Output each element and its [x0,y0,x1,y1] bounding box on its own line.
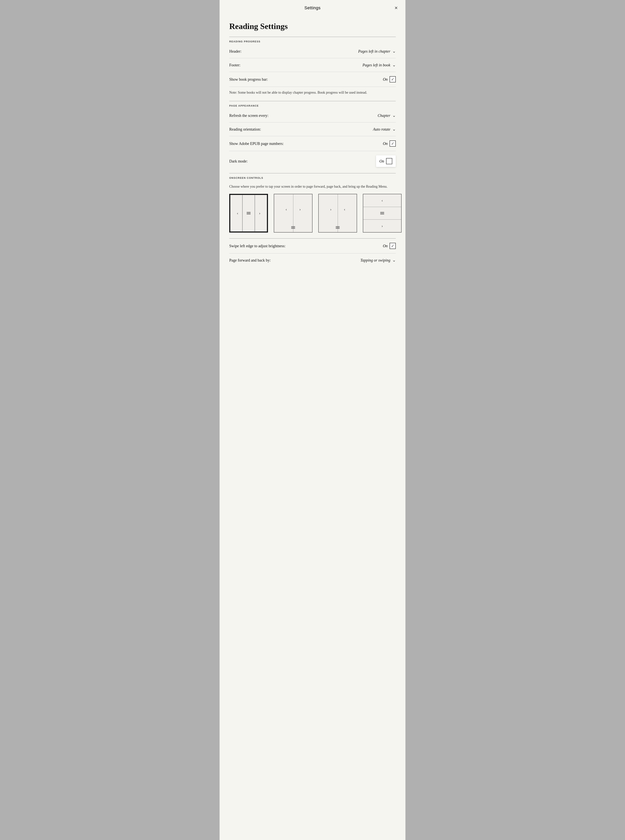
close-button[interactable]: × [395,5,398,11]
menu-line [336,227,340,228]
right-arrow-icon: › [381,223,383,228]
menu-line [380,212,384,212]
menu-line [291,227,295,228]
epub-setting-row: Show Adobe EPUB page numbers: On [229,136,396,151]
menu-lines [291,226,295,229]
reading-progress-section: READING PROGRESS Header: Pages left in c… [229,37,396,99]
left-arrow-icon: ‹ [381,198,383,203]
menu-lines [380,212,384,214]
epub-checkbox-group: On [383,141,396,147]
page-appearance-section: PAGE APPEARANCE Refresh the screen every… [229,101,396,171]
onscreen-controls-section: ONSCREEN CONTROLS Choose where you prefe… [229,174,396,267]
right-arrow-icon: › [330,207,331,212]
footer-value: Pages left in book [362,63,390,67]
page-forward-row: Page forward and back by: Tapping or swi… [229,253,396,267]
chevron-down-icon: ⌄ [392,113,396,118]
right-arrow-icon: › [299,207,301,212]
orientation-label: Reading orientation: [229,127,261,132]
chevron-down-icon: ⌄ [392,49,396,54]
progress-note: Note: Some books will not be able to dis… [229,87,396,99]
footer-label: Footer: [229,63,241,67]
layout-3-inner: › ‹ [319,194,357,232]
layout-1-col-left [230,195,243,232]
header-dropdown[interactable]: Pages left in chapter ⌄ [358,49,396,54]
epub-checkbox[interactable] [390,141,396,147]
layout-2-inner: ‹ › [274,194,312,232]
show-progress-label: Show book progress bar: [229,77,268,82]
epub-label: Show Adobe EPUB page numbers: [229,141,284,146]
header-value: Pages left in chapter [358,49,390,54]
chevron-down-icon: ⌄ [392,258,396,263]
settings-modal: Settings × Reading Settings READING PROG… [219,0,406,840]
brightness-checkbox-group: On [383,243,396,249]
layout-4-row-mid [363,207,401,220]
page-forward-dropdown[interactable]: Tapping or swiping ⌄ [360,258,396,263]
show-progress-value: On [383,77,388,82]
orientation-value: Auto rotate [373,127,390,132]
orientation-setting-row: Reading orientation: Auto rotate ⌄ [229,122,396,136]
menu-lines [247,212,250,214]
chevron-down-icon: ⌄ [392,62,396,68]
layout-1-inner: ‹ › [230,195,267,232]
page-forward-value: Tapping or swiping [360,258,390,262]
left-arrow-icon: ‹ [286,207,287,212]
refresh-setting-row: Refresh the screen every: Chapter ⌄ [229,109,396,122]
dark-mode-checkbox[interactable] [386,158,392,164]
header-label: Header: [229,49,241,54]
menu-line [291,228,295,229]
layout-options: ‹ › [229,194,396,232]
menu-line [380,214,384,214]
dark-mode-label: Dark mode: [229,159,248,163]
onscreen-controls-label: ONSCREEN CONTROLS [229,174,396,181]
chevron-down-icon: ⌄ [392,127,396,132]
brightness-value: On [383,244,388,248]
page-title: Reading Settings [229,22,396,31]
modal-content: Reading Settings READING PROGRESS Header… [219,16,406,279]
layout-option-2[interactable]: ‹ › [274,194,312,232]
brightness-checkbox[interactable] [390,243,396,249]
layout-4-inner: ‹ › [363,194,401,232]
layout-option-3[interactable]: › ‹ [318,194,357,232]
left-arrow-icon: ‹ [344,207,345,212]
epub-value: On [383,141,388,146]
dark-mode-value: On [379,159,384,163]
show-progress-checkbox[interactable] [390,76,396,82]
page-appearance-label: PAGE APPEARANCE [229,101,396,109]
left-arrow-icon: ‹ [237,211,238,216]
dark-mode-checkbox-group: On [379,158,392,164]
menu-icon [291,226,295,229]
menu-line [247,212,250,212]
dark-mode-row: Dark mode: On [229,151,396,171]
brightness-setting-row: Swipe left edge to adjust brightness: On [229,239,396,253]
page-forward-label: Page forward and back by: [229,258,271,262]
layout-4-row-top: ‹ [363,194,401,207]
refresh-dropdown[interactable]: Chapter ⌄ [378,113,396,118]
modal-header: Settings × [219,0,406,16]
brightness-label: Swipe left edge to adjust brightness: [229,244,286,248]
right-arrow-icon: › [259,211,260,216]
menu-line [380,213,384,213]
refresh-label: Refresh the screen every: [229,113,269,118]
layout-option-1[interactable]: ‹ › [229,194,268,232]
modal-title: Settings [305,5,320,11]
refresh-value: Chapter [378,113,390,118]
header-setting-row: Header: Pages left in chapter ⌄ [229,45,396,58]
show-progress-checkbox-group: On [383,76,396,82]
reading-progress-label: READING PROGRESS [229,37,396,45]
menu-line [247,213,250,213]
show-progress-row: Show book progress bar: On [229,72,396,87]
menu-line [336,226,340,227]
layout-option-4[interactable]: ‹ › [363,194,401,232]
footer-dropdown[interactable]: Pages left in book ⌄ [362,62,396,68]
footer-setting-row: Footer: Pages left in book ⌄ [229,58,396,72]
menu-icon [336,226,340,229]
onscreen-description: Choose where you prefer to tap your scre… [229,181,396,194]
orientation-dropdown[interactable]: Auto rotate ⌄ [373,127,396,132]
dark-mode-highlight: On [376,155,396,167]
menu-icon [247,212,250,214]
layout-1-col-right [255,195,267,232]
menu-line [336,228,340,229]
menu-lines [336,226,340,229]
menu-line [291,226,295,227]
menu-line [247,214,250,214]
